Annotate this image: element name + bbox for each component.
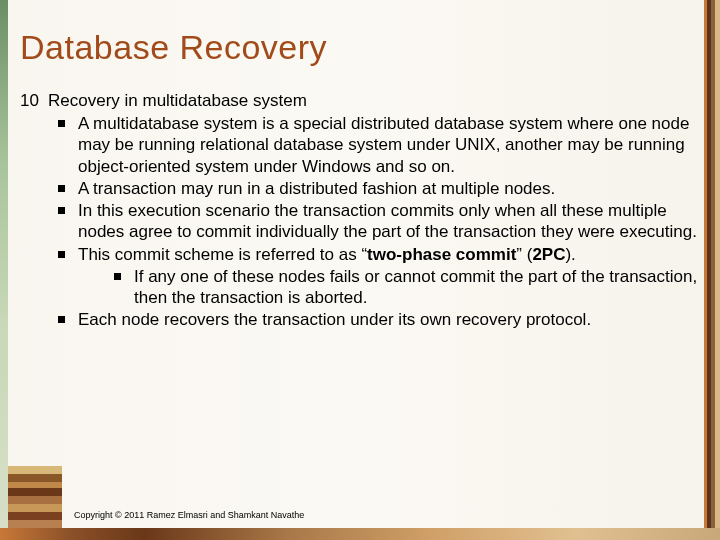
- bullet-text: Each node recovers the transaction under…: [78, 310, 591, 329]
- list-item: A multidatabase system is a special dist…: [58, 113, 700, 177]
- list-item: This commit scheme is referred to as “tw…: [58, 244, 700, 309]
- slide-content: Database Recovery 10Recovery in multidat…: [20, 28, 700, 332]
- bullet-text: ).: [565, 245, 575, 264]
- bold-term: two-phase commit: [367, 245, 516, 264]
- slide-title: Database Recovery: [20, 28, 700, 67]
- bold-term: 2PC: [532, 245, 565, 264]
- bullet-text: If any one of these nodes fails or canno…: [134, 267, 697, 307]
- bullet-text: In this execution scenario the transacti…: [78, 201, 697, 241]
- section-heading: 10Recovery in multidatabase system: [20, 91, 700, 111]
- bullet-text: A multidatabase system is a special dist…: [78, 114, 689, 176]
- bullet-text: This commit scheme is referred to as “: [78, 245, 367, 264]
- bottom-decoration: [0, 528, 720, 540]
- copyright-text: Copyright © 2011 Ramez Elmasri and Shamk…: [74, 510, 304, 520]
- sub-bullet-list: If any one of these nodes fails or canno…: [78, 266, 700, 309]
- section-number: 10: [20, 91, 48, 111]
- list-item: If any one of these nodes fails or canno…: [114, 266, 700, 309]
- left-decoration: [0, 0, 8, 540]
- bullet-text: A transaction may run in a distributed f…: [78, 179, 555, 198]
- list-item: Each node recovers the transaction under…: [58, 309, 700, 330]
- section-title: Recovery in multidatabase system: [48, 91, 307, 110]
- right-decoration: [704, 0, 720, 540]
- list-item: In this execution scenario the transacti…: [58, 200, 700, 243]
- bullet-text: ” (: [516, 245, 532, 264]
- list-item: A transaction may run in a distributed f…: [58, 178, 700, 199]
- bullet-list: A multidatabase system is a special dist…: [20, 113, 700, 331]
- bottom-left-decoration: [8, 466, 62, 528]
